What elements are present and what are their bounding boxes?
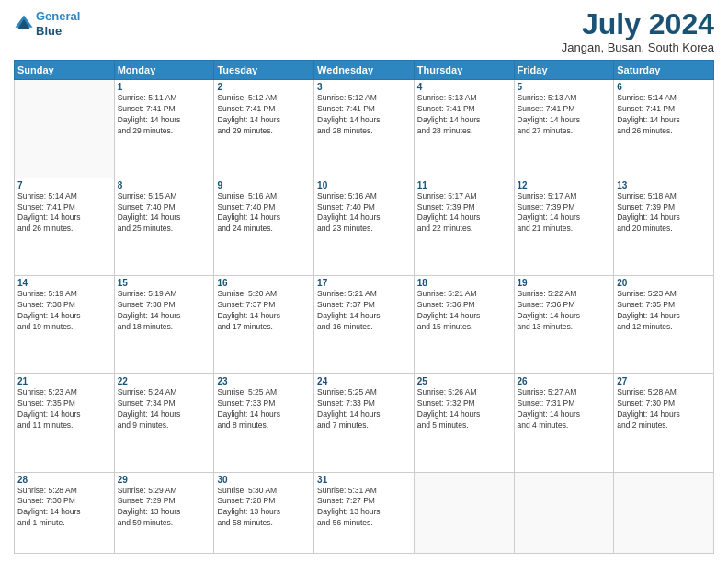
day-info: Sunrise: 5:14 AM Sunset: 7:41 PM Dayligh… [617, 93, 711, 137]
day-info: Sunrise: 5:28 AM Sunset: 7:30 PM Dayligh… [17, 486, 111, 530]
day-info: Sunrise: 5:23 AM Sunset: 7:35 PM Dayligh… [617, 289, 711, 333]
table-row: 10Sunrise: 5:16 AM Sunset: 7:40 PM Dayli… [314, 178, 415, 276]
title-area: July 2024 Jangan, Busan, South Korea [562, 9, 714, 54]
page: General Blue July 2024 Jangan, Busan, So… [0, 0, 728, 563]
table-row: 23Sunrise: 5:25 AM Sunset: 7:33 PM Dayli… [214, 373, 314, 472]
header-wednesday: Wednesday [314, 61, 415, 80]
day-number: 6 [617, 82, 711, 92]
table-row: 3Sunrise: 5:12 AM Sunset: 7:41 PM Daylig… [314, 80, 415, 178]
table-row: 2Sunrise: 5:12 AM Sunset: 7:41 PM Daylig… [214, 80, 314, 178]
table-row: 5Sunrise: 5:13 AM Sunset: 7:41 PM Daylig… [514, 80, 614, 178]
table-row: 22Sunrise: 5:24 AM Sunset: 7:34 PM Dayli… [114, 373, 214, 472]
day-info: Sunrise: 5:16 AM Sunset: 7:40 PM Dayligh… [217, 191, 311, 236]
day-info: Sunrise: 5:20 AM Sunset: 7:37 PM Dayligh… [217, 289, 311, 333]
day-info: Sunrise: 5:17 AM Sunset: 7:39 PM Dayligh… [518, 191, 611, 236]
table-row [15, 80, 115, 178]
day-info: Sunrise: 5:21 AM Sunset: 7:37 PM Dayligh… [317, 289, 411, 333]
day-info: Sunrise: 5:12 AM Sunset: 7:41 PM Dayligh… [217, 93, 311, 137]
table-row: 12Sunrise: 5:17 AM Sunset: 7:39 PM Dayli… [514, 178, 614, 276]
day-info: Sunrise: 5:19 AM Sunset: 7:38 PM Dayligh… [17, 289, 111, 333]
header-friday: Friday [514, 61, 614, 80]
table-row: 11Sunrise: 5:17 AM Sunset: 7:39 PM Dayli… [414, 178, 514, 276]
header-monday: Monday [114, 61, 214, 80]
table-row: 7Sunrise: 5:14 AM Sunset: 7:41 PM Daylig… [15, 178, 115, 276]
table-row: 29Sunrise: 5:29 AM Sunset: 7:29 PM Dayli… [114, 472, 214, 553]
day-info: Sunrise: 5:19 AM Sunset: 7:38 PM Dayligh… [118, 289, 211, 333]
table-row [514, 472, 614, 553]
day-number: 12 [518, 180, 611, 190]
table-row: 31Sunrise: 5:31 AM Sunset: 7:27 PM Dayli… [314, 472, 415, 553]
table-row: 6Sunrise: 5:14 AM Sunset: 7:41 PM Daylig… [614, 80, 714, 178]
day-number: 16 [217, 278, 311, 288]
table-row: 4Sunrise: 5:13 AM Sunset: 7:41 PM Daylig… [414, 80, 514, 178]
table-row: 21Sunrise: 5:23 AM Sunset: 7:35 PM Dayli… [15, 373, 115, 472]
day-info: Sunrise: 5:12 AM Sunset: 7:41 PM Dayligh… [317, 93, 411, 137]
header-sunday: Sunday [15, 61, 115, 80]
day-number: 28 [17, 475, 111, 485]
table-row: 16Sunrise: 5:20 AM Sunset: 7:37 PM Dayli… [214, 276, 314, 374]
table-row: 8Sunrise: 5:15 AM Sunset: 7:40 PM Daylig… [114, 178, 214, 276]
day-number: 30 [217, 475, 311, 485]
table-row: 19Sunrise: 5:22 AM Sunset: 7:36 PM Dayli… [514, 276, 614, 374]
header-saturday: Saturday [614, 61, 714, 80]
day-number: 2 [217, 82, 311, 92]
table-row: 9Sunrise: 5:16 AM Sunset: 7:40 PM Daylig… [214, 178, 314, 276]
table-row: 28Sunrise: 5:28 AM Sunset: 7:30 PM Dayli… [15, 472, 115, 553]
day-number: 10 [317, 180, 411, 190]
table-row: 15Sunrise: 5:19 AM Sunset: 7:38 PM Dayli… [114, 276, 214, 374]
day-info: Sunrise: 5:13 AM Sunset: 7:41 PM Dayligh… [518, 93, 611, 137]
day-info: Sunrise: 5:16 AM Sunset: 7:40 PM Dayligh… [317, 191, 411, 236]
day-number: 26 [518, 376, 611, 386]
day-number: 27 [617, 376, 711, 386]
day-number: 9 [217, 180, 311, 190]
day-info: Sunrise: 5:25 AM Sunset: 7:33 PM Dayligh… [317, 387, 411, 431]
table-row: 25Sunrise: 5:26 AM Sunset: 7:32 PM Dayli… [414, 373, 514, 472]
table-row: 18Sunrise: 5:21 AM Sunset: 7:36 PM Dayli… [414, 276, 514, 374]
header: General Blue July 2024 Jangan, Busan, So… [14, 9, 714, 54]
day-info: Sunrise: 5:22 AM Sunset: 7:36 PM Dayligh… [518, 289, 611, 333]
day-number: 7 [17, 180, 111, 190]
day-info: Sunrise: 5:25 AM Sunset: 7:33 PM Dayligh… [217, 387, 311, 431]
day-info: Sunrise: 5:17 AM Sunset: 7:39 PM Dayligh… [417, 191, 511, 236]
calendar-table: Sunday Monday Tuesday Wednesday Thursday… [14, 60, 714, 554]
day-number: 11 [417, 180, 511, 190]
header-thursday: Thursday [414, 61, 514, 80]
day-info: Sunrise: 5:26 AM Sunset: 7:32 PM Dayligh… [417, 387, 511, 431]
day-number: 23 [217, 376, 311, 386]
day-number: 13 [617, 180, 711, 190]
header-tuesday: Tuesday [214, 61, 314, 80]
table-row: 14Sunrise: 5:19 AM Sunset: 7:38 PM Dayli… [15, 276, 115, 374]
day-info: Sunrise: 5:11 AM Sunset: 7:41 PM Dayligh… [118, 93, 211, 137]
day-info: Sunrise: 5:15 AM Sunset: 7:40 PM Dayligh… [118, 191, 211, 236]
table-row: 24Sunrise: 5:25 AM Sunset: 7:33 PM Dayli… [314, 373, 415, 472]
day-number: 17 [317, 278, 411, 288]
day-number: 21 [17, 376, 111, 386]
day-number: 14 [17, 278, 111, 288]
logo-text: General Blue [36, 9, 80, 38]
day-number: 25 [417, 376, 511, 386]
table-row [614, 472, 714, 553]
day-number: 31 [317, 475, 411, 485]
day-info: Sunrise: 5:27 AM Sunset: 7:31 PM Dayligh… [518, 387, 611, 431]
table-row [414, 472, 514, 553]
day-info: Sunrise: 5:13 AM Sunset: 7:41 PM Dayligh… [417, 93, 511, 137]
table-row: 20Sunrise: 5:23 AM Sunset: 7:35 PM Dayli… [614, 276, 714, 374]
day-info: Sunrise: 5:14 AM Sunset: 7:41 PM Dayligh… [17, 191, 111, 236]
table-row: 13Sunrise: 5:18 AM Sunset: 7:39 PM Dayli… [614, 178, 714, 276]
day-info: Sunrise: 5:31 AM Sunset: 7:27 PM Dayligh… [317, 486, 411, 530]
day-info: Sunrise: 5:29 AM Sunset: 7:29 PM Dayligh… [118, 486, 211, 530]
day-info: Sunrise: 5:23 AM Sunset: 7:35 PM Dayligh… [17, 387, 111, 431]
day-info: Sunrise: 5:30 AM Sunset: 7:28 PM Dayligh… [217, 486, 311, 530]
day-number: 3 [317, 82, 411, 92]
day-number: 24 [317, 376, 411, 386]
location: Jangan, Busan, South Korea [562, 40, 714, 54]
day-info: Sunrise: 5:28 AM Sunset: 7:30 PM Dayligh… [617, 387, 711, 431]
day-number: 22 [118, 376, 211, 386]
day-number: 1 [118, 82, 211, 92]
table-row: 27Sunrise: 5:28 AM Sunset: 7:30 PM Dayli… [614, 373, 714, 472]
day-info: Sunrise: 5:21 AM Sunset: 7:36 PM Dayligh… [417, 289, 511, 333]
logo: General Blue [14, 9, 80, 38]
day-info: Sunrise: 5:24 AM Sunset: 7:34 PM Dayligh… [118, 387, 211, 431]
day-number: 8 [118, 180, 211, 190]
table-row: 26Sunrise: 5:27 AM Sunset: 7:31 PM Dayli… [514, 373, 614, 472]
